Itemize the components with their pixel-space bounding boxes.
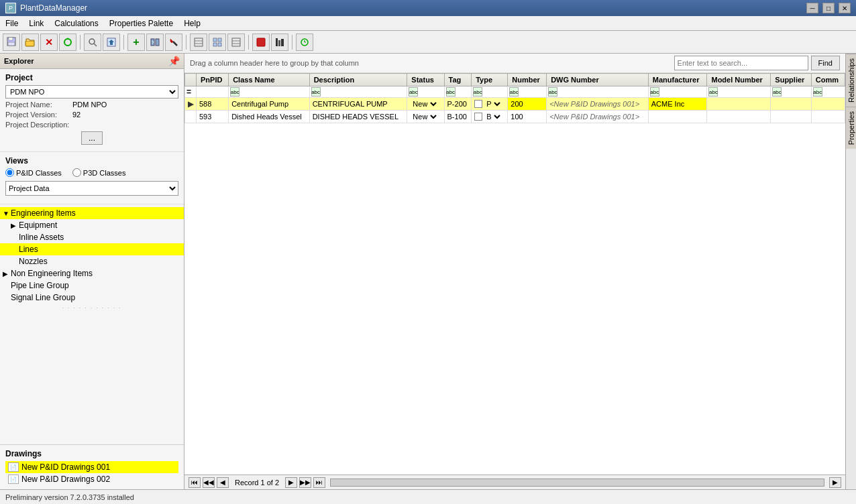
- search-button[interactable]: [84, 34, 101, 51]
- tree-item-equipment[interactable]: ▶ Equipment: [0, 219, 184, 231]
- filter-manufacturer-icon[interactable]: abc: [650, 87, 659, 97]
- filter-tag-cell: abc: [444, 86, 472, 98]
- status-dropdown-1[interactable]: New: [410, 99, 439, 109]
- refresh-button[interactable]: [59, 34, 76, 51]
- maximize-button[interactable]: □: [822, 3, 835, 13]
- type-checkbox-1[interactable]: [474, 100, 482, 108]
- th-pnpid[interactable]: PnPID: [197, 74, 229, 86]
- type-select-2[interactable]: B: [484, 112, 502, 121]
- filter-manufacturer-cell: abc: [648, 86, 707, 98]
- menu-file[interactable]: File: [0, 17, 23, 29]
- nav-scroll-right-button[interactable]: ▶: [829, 477, 841, 488]
- properties-tab[interactable]: Properties: [846, 107, 856, 149]
- th-supplier[interactable]: Supplier: [771, 74, 811, 86]
- th-model-number[interactable]: Model Number: [707, 74, 771, 86]
- clock-button[interactable]: [296, 34, 313, 51]
- drawing-item-001[interactable]: 📄 New P&ID Drawings 001: [5, 461, 178, 473]
- th-class-name[interactable]: Class Name: [229, 74, 309, 86]
- pid-classes-option[interactable]: P&ID Classes: [5, 168, 62, 177]
- filter-number-icon[interactable]: abc: [509, 87, 519, 97]
- equipment-label: Equipment: [19, 220, 57, 230]
- th-number[interactable]: Number: [508, 74, 547, 86]
- red-button[interactable]: [252, 34, 270, 51]
- nav-last-button[interactable]: ⏭: [313, 477, 325, 488]
- filter-model-icon[interactable]: abc: [708, 87, 718, 97]
- tree-item-signal-line[interactable]: Signal Line Group: [0, 292, 184, 304]
- nav-prev-button[interactable]: ◀: [217, 477, 229, 488]
- relationships-tab[interactable]: Relationships: [846, 54, 856, 107]
- toolbar: ✕ +: [0, 31, 856, 54]
- tree-item-pipe-line[interactable]: Pipe Line Group: [0, 279, 184, 292]
- th-description[interactable]: Description: [309, 74, 407, 86]
- filter-tag-icon[interactable]: abc: [446, 87, 456, 97]
- nav-next-all-button[interactable]: ▶▶: [299, 477, 311, 488]
- save-button[interactable]: [3, 34, 20, 51]
- table-row[interactable]: 593 Dished Heads Vessel DISHED HEADS VES…: [185, 111, 845, 123]
- project-dropdown[interactable]: PDM NPO: [5, 85, 178, 99]
- th-dwg-number[interactable]: DWG Number: [547, 74, 649, 86]
- th-comm[interactable]: Comm: [811, 74, 845, 86]
- cell-description-1: CENTRIFUGAL PUMP: [309, 98, 407, 111]
- close-button[interactable]: ✕: [839, 3, 851, 13]
- menu-calculations[interactable]: Calculations: [49, 17, 103, 29]
- horizontal-scrollbar[interactable]: [330, 479, 824, 487]
- type-select-1[interactable]: P: [484, 99, 502, 109]
- tree-item-lines[interactable]: Lines: [0, 243, 184, 255]
- data-dropdown[interactable]: Project Data: [5, 181, 178, 196]
- type-checkbox-2[interactable]: [474, 113, 482, 121]
- grid1-button[interactable]: [190, 34, 207, 51]
- ellipsis-button[interactable]: ...: [81, 131, 103, 145]
- search-input[interactable]: [674, 56, 808, 70]
- filter-status-icon[interactable]: abc: [409, 87, 418, 97]
- cell-dwg-1: <New P&ID Drawings 001>: [547, 98, 649, 111]
- open-button[interactable]: [21, 34, 39, 51]
- drawing-001-label: New P&ID Drawings 001: [21, 462, 110, 472]
- filter-supplier-icon[interactable]: abc: [772, 87, 782, 97]
- split-button[interactable]: [146, 34, 164, 51]
- close-doc-button[interactable]: ✕: [40, 34, 58, 51]
- nav-first-button[interactable]: ⏮: [189, 477, 201, 488]
- filter-dwg-icon[interactable]: abc: [548, 87, 557, 97]
- drawing-item-002[interactable]: 📄 New P&ID Drawings 002: [5, 473, 178, 485]
- th-status[interactable]: Status: [407, 74, 444, 86]
- svg-rect-27: [281, 39, 284, 46]
- svg-rect-17: [218, 38, 221, 42]
- th-type[interactable]: Type: [472, 74, 508, 86]
- cell-pnpid-2: 593: [197, 111, 229, 123]
- explore-button[interactable]: [103, 34, 120, 51]
- nozzles-label: Nozzles: [19, 257, 48, 266]
- filter-comm-icon[interactable]: abc: [813, 87, 822, 97]
- app-icon: P: [5, 3, 16, 13]
- th-manufacturer[interactable]: Manufacturer: [648, 74, 707, 86]
- filter-type-icon[interactable]: abc: [473, 87, 482, 97]
- th-tag[interactable]: Tag: [444, 74, 472, 86]
- tools-button[interactable]: [165, 34, 182, 51]
- tree-item-inline-assets[interactable]: Inline Assets: [0, 231, 184, 243]
- tree-item-engineering-items[interactable]: ▼ Engineering Items: [0, 207, 184, 219]
- grid2-button[interactable]: [209, 34, 226, 51]
- tree-item-non-engineering[interactable]: ▶ Non Engineering Items: [0, 267, 184, 279]
- status-dropdown-2[interactable]: New: [410, 112, 439, 121]
- expand-arrow-non-eng: ▶: [3, 270, 11, 277]
- nav-prev-all-button[interactable]: ◀◀: [203, 477, 215, 488]
- pin-icon[interactable]: 📌: [168, 56, 180, 66]
- table-row[interactable]: ▶ 588 Centrifugal Pump CENTRIFUGAL PUMP …: [185, 98, 845, 111]
- menu-help[interactable]: Help: [178, 17, 206, 29]
- views-label: Views: [5, 156, 178, 166]
- data-grid[interactable]: PnPID Class Name Description Status Tag …: [184, 73, 845, 475]
- menu-link[interactable]: Link: [23, 17, 49, 29]
- chart-button[interactable]: [271, 34, 288, 51]
- minimize-button[interactable]: ─: [806, 3, 818, 13]
- nav-next-button[interactable]: ▶: [285, 477, 297, 488]
- filter-description-icon[interactable]: abc: [311, 87, 321, 97]
- filter-classname-icon[interactable]: abc: [230, 87, 239, 97]
- drawing-002-label: New P&ID Drawings 002: [21, 475, 110, 484]
- find-button[interactable]: Find: [811, 56, 840, 70]
- views-section: Views P&ID Classes P3D Classes Project D…: [0, 152, 184, 204]
- add-button[interactable]: +: [127, 34, 145, 51]
- menu-properties-palette[interactable]: Properties Palette: [104, 17, 178, 29]
- p3d-classes-option[interactable]: P3D Classes: [72, 168, 126, 177]
- cell-supplier-1: [771, 98, 811, 111]
- grid3-button[interactable]: [227, 34, 245, 51]
- tree-item-nozzles[interactable]: Nozzles: [0, 255, 184, 267]
